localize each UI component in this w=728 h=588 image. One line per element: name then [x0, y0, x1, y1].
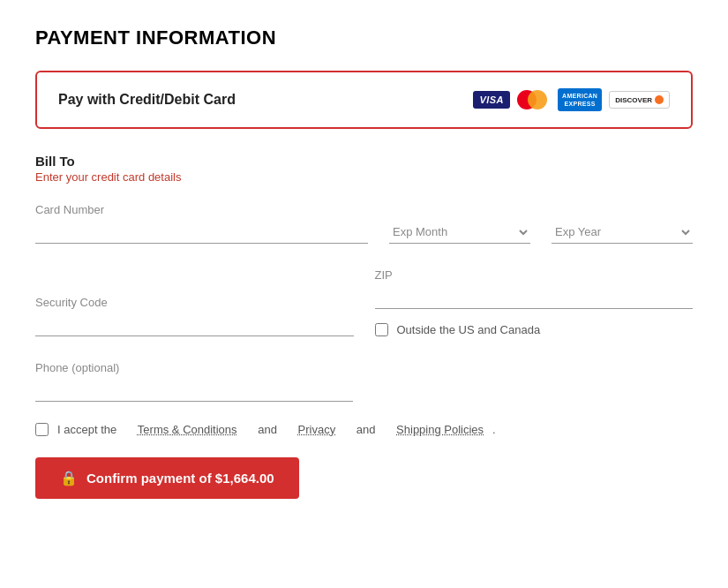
bill-to-subtitle: Enter your credit card details [35, 170, 693, 184]
terms-row: I accept the Terms & Conditions and Priv… [35, 423, 693, 436]
confirm-payment-button[interactable]: 🔒 Confirm payment of $1,664.00 [35, 457, 299, 499]
payment-option-box[interactable]: Pay with Credit/Debit Card VISA AMERICAN… [35, 71, 693, 129]
terms-shipping-link[interactable]: Shipping Policies [396, 423, 484, 436]
security-code-input[interactable] [35, 314, 354, 336]
card-row: Card Number Exp Month 01 - January 02 - … [35, 203, 693, 244]
lock-icon: 🔒 [60, 470, 78, 486]
phone-field: Phone (optional) [35, 361, 353, 402]
outside-us-label: Outside the US and Canada [397, 323, 541, 336]
discover-logo: DISCOVER [609, 91, 670, 109]
mastercard-logo [517, 89, 551, 110]
discover-text: DISCOVER [615, 96, 652, 104]
terms-text-2: and [258, 423, 277, 436]
exp-year-field: Exp Year 2024 2025 2026 2027 2028 2029 2… [552, 221, 693, 244]
confirm-button-label: Confirm payment of $1,664.00 [86, 471, 274, 486]
security-code-label: Security Code [35, 296, 354, 309]
terms-privacy-link[interactable]: Privacy [298, 423, 336, 436]
terms-text-3: and [356, 423, 376, 436]
card-number-input[interactable] [35, 222, 368, 244]
bill-to-section: Bill To Enter your credit card details [35, 154, 693, 184]
zip-field: ZIP [375, 268, 694, 309]
discover-dot [655, 95, 664, 104]
exp-year-select[interactable]: Exp Year 2024 2025 2026 2027 2028 2029 2… [552, 221, 693, 244]
exp-month-select[interactable]: Exp Month 01 - January 02 - February 03 … [389, 221, 530, 244]
zip-input[interactable] [375, 287, 694, 309]
phone-row: Phone (optional) [35, 361, 693, 402]
amex-logo: AMERICANEXPRESS [558, 88, 602, 111]
zip-outside-col: ZIP Outside the US and Canada [375, 268, 694, 336]
terms-conditions-link[interactable]: Terms & Conditions [138, 423, 237, 436]
security-code-field: Security Code [35, 296, 354, 336]
outside-us-row: Outside the US and Canada [375, 323, 694, 336]
terms-text-end: . [492, 423, 496, 436]
bill-to-title: Bill To [35, 154, 693, 169]
exp-month-field: Exp Month 01 - January 02 - February 03 … [389, 221, 530, 244]
card-logos: VISA AMERICANEXPRESS DISCOVER [473, 88, 670, 111]
zip-label: ZIP [375, 268, 694, 282]
terms-text-1: I accept the [57, 423, 116, 436]
card-number-field: Card Number [35, 203, 368, 244]
visa-logo: VISA [473, 91, 510, 109]
card-number-label: Card Number [35, 203, 368, 216]
phone-label: Phone (optional) [35, 361, 353, 374]
mc-circle-right [528, 90, 547, 109]
outside-us-checkbox[interactable] [375, 323, 388, 336]
terms-checkbox[interactable] [35, 423, 49, 436]
page-title: PAYMENT INFORMATION [35, 26, 693, 49]
phone-input[interactable] [35, 380, 353, 402]
security-zip-row: Security Code ZIP Outside the US and Can… [35, 268, 693, 336]
pay-with-label: Pay with Credit/Debit Card [58, 92, 236, 108]
